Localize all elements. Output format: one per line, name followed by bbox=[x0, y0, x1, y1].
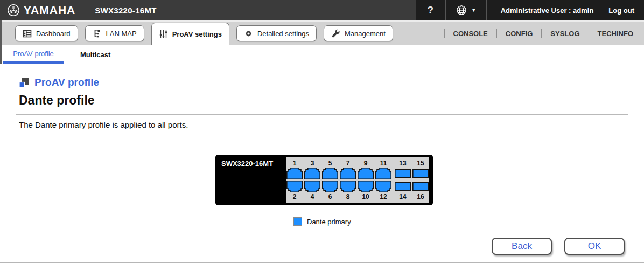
port-number-15: 15 bbox=[417, 160, 424, 167]
description-text: The Dante primary profile is applied to … bbox=[19, 120, 188, 129]
port-11 bbox=[375, 168, 391, 179]
port-14 bbox=[395, 181, 411, 192]
sub-tab-bar: ProAV profileMulticast bbox=[0, 45, 644, 64]
lan-map-icon bbox=[93, 29, 102, 38]
port-15 bbox=[412, 168, 429, 179]
port-column-3-4: 3 4 bbox=[304, 160, 320, 200]
port-column-7-8: 7 8 bbox=[340, 160, 356, 200]
page-title: ProAV profile bbox=[34, 77, 99, 88]
brand-name: YAMAHA bbox=[24, 4, 75, 17]
dashboard-icon bbox=[23, 29, 32, 38]
tab-label: LAN MAP bbox=[106, 30, 137, 38]
port-number-14: 14 bbox=[399, 193, 406, 200]
port-9 bbox=[358, 168, 374, 179]
logged-in-user-label: Administrative User : admin bbox=[501, 6, 594, 15]
tab-label: Detailed settings bbox=[257, 30, 309, 38]
port-column-1-2: 1 2 bbox=[286, 160, 303, 200]
quick-link-config[interactable]: CONFIG bbox=[497, 30, 542, 38]
help-button[interactable]: ? bbox=[416, 0, 446, 20]
session-area: Administrative User : admin Log out bbox=[487, 0, 644, 20]
port-number-12: 12 bbox=[380, 193, 387, 200]
tab-proav-settings[interactable]: ProAV settings bbox=[151, 23, 229, 45]
quick-links: CONSOLECONFIGSYSLOGTECHINFO bbox=[444, 22, 644, 45]
header-bar: YAMAHA SWX3220-16MT ? ▼ Administrative U… bbox=[0, 0, 644, 20]
subtab-proav-profile[interactable]: ProAV profile bbox=[3, 45, 64, 64]
port-number-1: 1 bbox=[293, 160, 297, 167]
tab-label: Dashboard bbox=[36, 30, 71, 38]
port-2 bbox=[286, 181, 303, 192]
port-number-4: 4 bbox=[311, 193, 314, 200]
quick-link-techinfo[interactable]: TECHINFO bbox=[589, 30, 642, 38]
switch-graphic: SWX3220-16MT 1 23 45 67 89 1011 1213 141… bbox=[215, 155, 433, 205]
back-button[interactable]: Back bbox=[492, 238, 552, 255]
quick-link-syslog[interactable]: SYSLOG bbox=[542, 30, 588, 38]
ok-button[interactable]: OK bbox=[564, 238, 625, 255]
port-column-13-14: 13 14 bbox=[395, 160, 411, 200]
port-3 bbox=[304, 168, 320, 179]
device-model-label: SWX3220-16MT bbox=[95, 6, 156, 15]
tab-management[interactable]: Management bbox=[324, 25, 393, 41]
section-heading: Dante profile bbox=[19, 93, 95, 108]
main-tab-bar: Dashboard LAN MAP ProAV settings Detaile… bbox=[0, 20, 644, 45]
gear-icon bbox=[244, 29, 253, 38]
port-6 bbox=[322, 181, 338, 192]
port-column-9-10: 9 10 bbox=[358, 160, 374, 200]
tab-label: Management bbox=[345, 30, 386, 38]
port-10 bbox=[358, 181, 374, 192]
port-16 bbox=[412, 181, 429, 192]
subtab-multicast[interactable]: Multicast bbox=[76, 45, 115, 64]
wrench-icon bbox=[331, 29, 340, 38]
tab-strip: Dashboard LAN MAP ProAV settings Detaile… bbox=[15, 22, 400, 45]
caret-down-icon: ▼ bbox=[471, 8, 476, 13]
brand: YAMAHA bbox=[0, 4, 75, 17]
port-7 bbox=[340, 168, 356, 179]
port-number-5: 5 bbox=[328, 160, 332, 167]
language-button[interactable]: ▼ bbox=[446, 0, 487, 20]
switch-model-label: SWX3220-16MT bbox=[221, 160, 273, 168]
port-number-11: 11 bbox=[380, 160, 387, 167]
tab-detailed-settings[interactable]: Detailed settings bbox=[236, 25, 317, 41]
proav-profile-icon bbox=[19, 78, 29, 88]
port-number-2: 2 bbox=[293, 193, 297, 200]
legend-swatch bbox=[293, 217, 302, 226]
port-1 bbox=[286, 168, 303, 179]
divider bbox=[16, 114, 628, 115]
port-column-15-16: 15 16 bbox=[412, 160, 429, 200]
port-number-9: 9 bbox=[364, 160, 368, 167]
header-right: ? ▼ Administrative User : admin Log out bbox=[416, 0, 644, 20]
section-title: ProAV profile bbox=[19, 77, 99, 88]
tab-label: ProAV settings bbox=[172, 30, 222, 38]
tab-dashboard[interactable]: Dashboard bbox=[15, 25, 78, 41]
port-number-6: 6 bbox=[328, 193, 332, 200]
app-window: YAMAHA SWX3220-16MT ? ▼ Administrative U… bbox=[0, 0, 644, 263]
legend: Dante primary bbox=[293, 217, 351, 226]
port-12 bbox=[375, 181, 391, 192]
sliders-icon bbox=[159, 30, 168, 39]
yamaha-logo-icon bbox=[7, 4, 20, 17]
port-number-7: 7 bbox=[346, 160, 350, 167]
port-number-3: 3 bbox=[311, 160, 314, 167]
globe-icon bbox=[456, 4, 467, 16]
port-number-16: 16 bbox=[417, 193, 424, 200]
port-4 bbox=[304, 181, 320, 192]
port-column-11-12: 11 12 bbox=[375, 160, 391, 200]
port-5 bbox=[322, 168, 338, 179]
quick-link-console[interactable]: CONSOLE bbox=[445, 30, 496, 38]
port-column-5-6: 5 6 bbox=[322, 160, 338, 200]
left-edge-strip bbox=[0, 20, 2, 64]
port-13 bbox=[395, 168, 411, 179]
port-number-10: 10 bbox=[362, 193, 369, 200]
tab-lan-map[interactable]: LAN MAP bbox=[85, 25, 144, 41]
logout-button[interactable]: Log out bbox=[608, 6, 634, 15]
legend-label: Dante primary bbox=[307, 218, 351, 226]
port-8 bbox=[340, 181, 356, 192]
port-number-13: 13 bbox=[399, 160, 406, 167]
button-row: Back OK bbox=[492, 238, 625, 255]
port-number-8: 8 bbox=[346, 193, 350, 200]
port-panel: 1 23 45 67 89 1011 1213 1415 16 bbox=[286, 157, 429, 203]
